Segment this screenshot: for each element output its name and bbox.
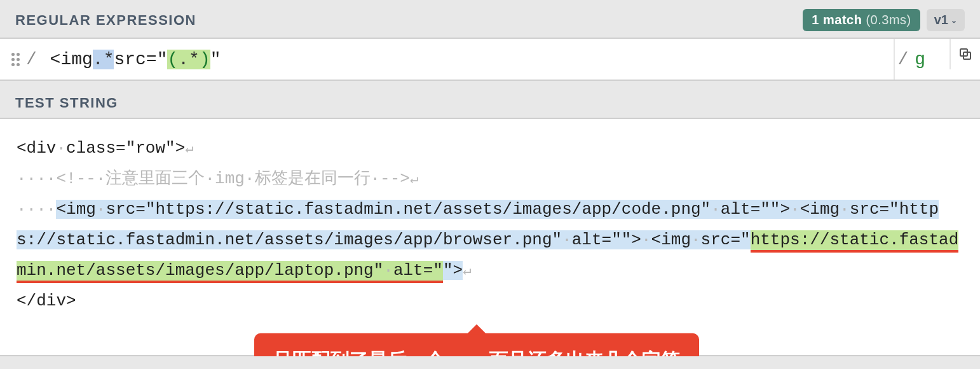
regex-label: REGULAR EXPRESSION <box>15 12 196 29</box>
drag-handle-icon[interactable] <box>11 53 20 66</box>
test-line: <div·class="row">↵ <box>17 133 963 164</box>
test-line: ····<!--·注意里面三个·img·标签是在同一行·-->↵ <box>17 164 963 194</box>
version-dropdown[interactable]: v1 ⌄ <box>927 9 965 31</box>
test-line: </div> <box>17 286 963 316</box>
test-line: ····<img·src="https://static.fastadmin.n… <box>17 194 963 286</box>
regex-flags[interactable]: g <box>908 50 938 69</box>
teststring-editor[interactable]: <div·class="row">↵ ····<!--·注意里面三个·img·标… <box>0 118 980 356</box>
regex-input-row: / <img.*src="(.*)" / g <box>0 38 980 81</box>
chevron-down-icon: ⌄ <box>951 16 957 25</box>
regex-left-gutter: / <box>0 39 37 80</box>
regex-open-delimiter: / <box>26 50 37 69</box>
regex-section-header: REGULAR EXPRESSION 1 match (0.3ms) v1 ⌄ <box>0 0 980 38</box>
regex-pattern-input[interactable]: <img.*src="(.*)" <box>37 39 894 80</box>
teststring-label: TEST STRING <box>0 81 980 118</box>
annotation-callout: 只匹配到了最后一个 src, 而且还多出来几个字符 <box>254 333 699 356</box>
copy-regex-button[interactable] <box>949 39 980 69</box>
header-right-controls: 1 match (0.3ms) v1 ⌄ <box>803 9 965 31</box>
match-count-badge: 1 match (0.3ms) <box>803 9 920 31</box>
regex-right-controls: / g <box>894 39 949 80</box>
regex-close-delimiter: / <box>897 50 908 69</box>
copy-icon <box>958 46 973 62</box>
